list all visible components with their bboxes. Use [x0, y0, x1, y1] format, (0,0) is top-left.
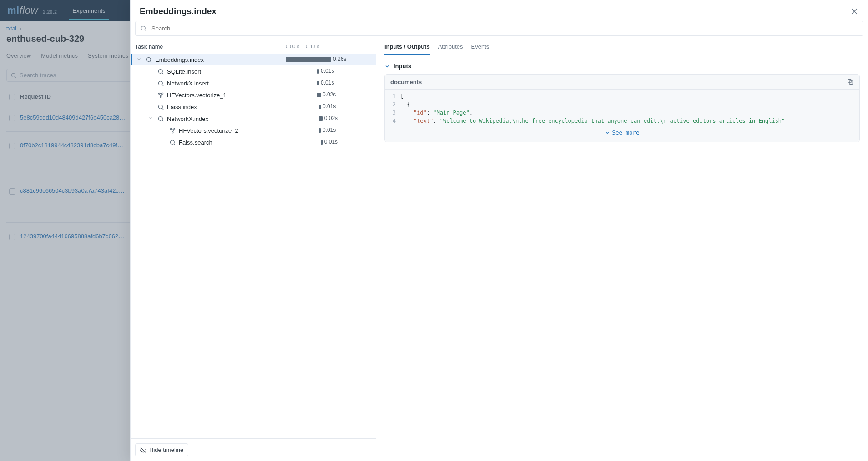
close-icon — [850, 7, 859, 16]
timeline-bar — [319, 128, 321, 133]
task-timeline-cell: 0.01s — [283, 65, 376, 77]
task-row[interactable]: NetworkX.insert0.01s — [131, 77, 376, 89]
documents-card-title: documents — [390, 79, 422, 85]
task-name-cell: HFVectors.vectorize_1 — [131, 89, 283, 101]
chevron-down-icon — [148, 115, 153, 121]
duration-label: 0.26s — [333, 56, 346, 62]
task-row[interactable]: HFVectors.vectorize_10.02s — [131, 89, 376, 101]
graph-icon — [157, 91, 164, 99]
detail-pane: Inputs / Outputs Attributes Events Input… — [376, 40, 868, 461]
task-timeline-cell: 0.02s — [283, 113, 376, 125]
task-name-cell: NetworkX.insert — [131, 77, 283, 89]
modal-body: Task name 0.00 s 0.13 s Embeddings.index… — [131, 40, 868, 461]
task-label: HFVectors.vectorize_2 — [179, 127, 238, 134]
tab-attributes[interactable]: Attributes — [438, 40, 463, 55]
modal-title: Embeddings.index — [140, 6, 217, 16]
task-label: NetworkX.index — [167, 115, 208, 122]
line-number: 2 — [385, 100, 400, 109]
code-line: 2 { — [385, 100, 859, 109]
graph-icon — [169, 127, 176, 134]
duration-label: 0.01s — [324, 139, 338, 145]
duration-label: 0.01s — [321, 68, 334, 74]
tab-inputs-outputs[interactable]: Inputs / Outputs — [384, 40, 430, 55]
line-number: 3 — [385, 109, 400, 117]
task-label: Faiss.index — [167, 104, 197, 110]
detail-tabs: Inputs / Outputs Attributes Events — [376, 40, 868, 55]
timeline-tick-start: 0.00 s — [286, 44, 299, 49]
expand-chevron[interactable] — [147, 115, 154, 122]
documents-card: documents 1[ 2 { 3 "id": "Main Page", 4 … — [384, 74, 860, 142]
task-label: Embeddings.index — [155, 56, 204, 63]
code-line: 3 "id": "Main Page", — [385, 109, 859, 117]
duration-label: 0.02s — [324, 115, 338, 121]
chevron-down-icon — [605, 130, 610, 135]
timeline-bar — [317, 93, 321, 97]
search-icon — [140, 25, 147, 32]
task-timeline-cell: 0.02s — [283, 89, 376, 101]
task-tree-header: Task name 0.00 s 0.13 s — [131, 40, 376, 54]
task-name-cell: Faiss.index — [131, 101, 283, 113]
expand-chevron[interactable] — [135, 56, 142, 63]
documents-code: 1[ 2 { 3 "id": "Main Page", 4 "text": "W… — [385, 90, 859, 142]
task-row[interactable]: NetworkX.index0.02s — [131, 113, 376, 125]
timeline-bar — [319, 116, 323, 121]
copy-icon — [847, 78, 854, 85]
timeline-bar — [286, 57, 331, 62]
task-timeline-cell: 0.26s — [283, 54, 376, 65]
duration-label: 0.02s — [323, 91, 336, 98]
svg-line-5 — [145, 30, 146, 31]
search-icon — [157, 103, 164, 110]
chevron-down-icon — [384, 64, 390, 69]
task-label: SQLite.insert — [167, 68, 201, 75]
task-timeline-cell: 0.01s — [283, 136, 376, 148]
task-name-cell: Faiss.search — [131, 136, 283, 148]
duration-label: 0.01s — [323, 127, 336, 133]
task-name-cell: Embeddings.index — [131, 54, 283, 65]
modal-search-input[interactable] — [151, 25, 858, 32]
modal-search-wrap — [131, 21, 868, 40]
search-icon — [145, 56, 152, 63]
search-icon — [157, 115, 164, 122]
task-rows: Embeddings.index0.26sSQLite.insert0.01sN… — [131, 54, 376, 148]
task-tree-footer: Hide timeline — [131, 438, 376, 461]
timeline-tick-mid: 0.13 s — [306, 44, 319, 49]
duration-label: 0.01s — [321, 80, 334, 86]
timeline-bar — [319, 105, 321, 109]
task-row[interactable]: Faiss.search0.01s — [131, 136, 376, 148]
section-inputs-header[interactable]: Inputs — [384, 63, 860, 70]
task-row[interactable]: SQLite.insert0.01s — [131, 65, 376, 77]
see-more-button[interactable]: See more — [385, 125, 859, 142]
task-row[interactable]: Faiss.index0.01s — [131, 101, 376, 113]
tab-events[interactable]: Events — [471, 40, 490, 55]
documents-card-header: documents — [385, 75, 859, 90]
task-timeline-cell: 0.01s — [283, 101, 376, 113]
task-timeline-cell: 0.01s — [283, 77, 376, 89]
code-line: 4 "text": "Welcome to Wikipedia,\nthe fr… — [385, 117, 859, 125]
trace-detail-modal: Embeddings.index Task name 0.00 s 0.13 s… — [130, 0, 868, 461]
search-icon — [169, 139, 176, 146]
detail-body: Inputs documents 1[ 2 { 3 "id": "Main Pa… — [376, 55, 868, 461]
chevron-down-icon — [136, 56, 141, 62]
search-icon — [157, 68, 164, 75]
line-number: 1 — [385, 92, 400, 100]
code-line: 1[ — [385, 92, 859, 100]
section-inputs-label: Inputs — [394, 63, 411, 70]
copy-button[interactable] — [847, 78, 854, 85]
timeline-bar — [317, 69, 319, 74]
task-row[interactable]: Embeddings.index0.26s — [131, 54, 376, 65]
modal-search[interactable] — [135, 21, 863, 36]
eye-off-icon — [140, 447, 146, 453]
task-name-cell: SQLite.insert — [131, 65, 283, 77]
timeline-bar — [321, 140, 323, 145]
task-name-cell: NetworkX.index — [131, 113, 283, 125]
hide-timeline-button[interactable]: Hide timeline — [135, 443, 188, 456]
col-task-name: Task name — [131, 40, 283, 54]
task-timeline-cell: 0.01s — [283, 125, 376, 136]
close-button[interactable] — [850, 7, 859, 16]
see-more-label: See more — [612, 129, 639, 137]
task-row[interactable]: HFVectors.vectorize_20.01s — [131, 125, 376, 136]
task-name-cell: HFVectors.vectorize_2 — [131, 125, 283, 136]
task-tree-pane: Task name 0.00 s 0.13 s Embeddings.index… — [131, 40, 376, 461]
task-label: NetworkX.insert — [167, 80, 209, 87]
duration-label: 0.01s — [323, 103, 336, 110]
